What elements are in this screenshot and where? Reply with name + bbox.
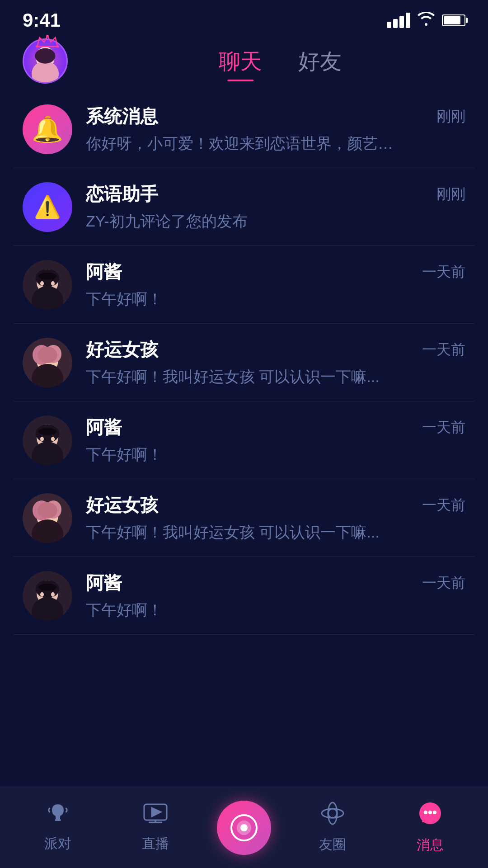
system-avatar: 🔔 <box>23 104 72 154</box>
chat-name-ajiang3: 阿酱 <box>86 571 122 595</box>
moments-label: 友圈 <box>319 835 346 854</box>
tab-bar: 聊天 好友 <box>95 47 465 80</box>
chat-item-ajiang1[interactable]: 阿酱 一天前 下午好啊！ <box>14 246 474 324</box>
chat-time-ajiang1: 一天前 <box>422 262 465 282</box>
chat-list: 🔔 系统消息 刚刚 你好呀，小可爱！欢迎来到恋语世界，颜艺大赏，花式整盘... … <box>0 90 488 635</box>
chat-time-lucky2: 一天前 <box>422 495 465 515</box>
chat-top-lucky2: 好运女孩 一天前 <box>86 493 465 518</box>
nav-item-moments[interactable]: 友圈 <box>296 801 369 854</box>
chat-time-lucky1: 一天前 <box>422 340 465 360</box>
chat-name-ajiang2: 阿酱 <box>86 415 122 440</box>
chat-time-assistant: 刚刚 <box>436 184 465 204</box>
ajiang3-avatar <box>23 571 72 621</box>
nav-item-live[interactable]: 直播 <box>119 802 192 853</box>
chat-name-system: 系统消息 <box>86 104 158 129</box>
chat-preview-system: 你好呀，小可爱！欢迎来到恋语世界，颜艺大赏，花式整盘... <box>86 133 402 154</box>
svg-point-20 <box>38 347 57 363</box>
crown-badge <box>35 34 60 50</box>
tab-chat[interactable]: 聊天 <box>219 47 262 80</box>
svg-point-55 <box>433 811 436 814</box>
chat-preview-lucky2: 下午好啊！我叫好运女孩 可以认识一下嘛... <box>86 522 402 543</box>
svg-point-12 <box>38 273 56 280</box>
chat-preview-lucky1: 下午好啊！我叫好运女孩 可以认识一下嘛... <box>86 367 402 387</box>
party-label: 派对 <box>44 835 71 853</box>
svg-point-38 <box>38 584 56 591</box>
party-icon <box>46 802 70 830</box>
chat-content-assistant: 恋语助手 刚刚 ZY-初九评论了您的发布 <box>86 182 465 232</box>
svg-point-2 <box>46 35 49 38</box>
chat-top-system: 系统消息 刚刚 <box>86 104 465 129</box>
chat-content-ajiang1: 阿酱 一天前 下午好啊！ <box>86 259 465 310</box>
chat-item-lucky2[interactable]: 好运女孩 一天前 下午好啊！我叫好运女孩 可以认识一下嘛... <box>14 479 474 557</box>
chat-time-ajiang3: 一天前 <box>422 573 465 593</box>
chat-top-lucky1: 好运女孩 一天前 <box>86 337 465 362</box>
svg-marker-0 <box>38 36 58 47</box>
svg-point-51 <box>322 809 343 818</box>
status-icons <box>387 12 465 29</box>
chat-name-assistant: 恋语助手 <box>86 182 158 207</box>
status-time: 9:41 <box>23 9 61 31</box>
wifi-icon <box>418 12 435 29</box>
svg-point-7 <box>35 48 55 64</box>
nav-center-button[interactable] <box>217 801 271 855</box>
messages-icon <box>417 801 444 831</box>
svg-point-26 <box>40 437 44 441</box>
chat-item-ajiang2[interactable]: 阿酱 一天前 下午好啊！ <box>14 401 474 479</box>
chat-time-system: 刚刚 <box>436 107 465 127</box>
chat-preview-ajiang1: 下午好啊！ <box>86 289 402 310</box>
bottom-nav: 派对 直播 友圈 <box>0 787 488 868</box>
chat-time-ajiang2: 一天前 <box>422 418 465 438</box>
svg-point-40 <box>51 592 55 597</box>
chat-content-lucky1: 好运女孩 一天前 下午好啊！我叫好运女孩 可以认识一下嘛... <box>86 337 465 387</box>
chat-top-assistant: 恋语助手 刚刚 <box>86 182 465 207</box>
chat-preview-ajiang2: 下午好啊！ <box>86 444 402 465</box>
chat-item-system[interactable]: 🔔 系统消息 刚刚 你好呀，小可爱！欢迎来到恋语世界，颜艺大赏，花式整盘... <box>14 90 474 168</box>
svg-point-49 <box>328 809 337 818</box>
status-bar: 9:41 <box>0 0 488 36</box>
chat-preview-assistant: ZY-初九评论了您的发布 <box>86 211 402 232</box>
chat-top-ajiang1: 阿酱 一天前 <box>86 259 465 284</box>
svg-point-33 <box>38 502 57 519</box>
svg-point-54 <box>428 811 432 814</box>
ajiang1-avatar <box>23 260 72 310</box>
messages-label: 消息 <box>417 836 444 854</box>
chat-name-lucky1: 好运女孩 <box>86 337 158 362</box>
chat-item-assistant[interactable]: ⚠️ 恋语助手 刚刚 ZY-初九评论了您的发布 <box>14 168 474 246</box>
chat-content-ajiang2: 阿酱 一天前 下午好啊！ <box>86 415 465 465</box>
svg-point-1 <box>36 45 39 47</box>
svg-point-13 <box>40 281 44 286</box>
battery-icon <box>442 14 465 26</box>
chat-name-ajiang1: 阿酱 <box>86 259 122 284</box>
svg-point-25 <box>38 428 56 435</box>
live-icon <box>142 802 169 830</box>
user-avatar-container[interactable] <box>23 38 72 88</box>
nav-item-messages[interactable]: 消息 <box>394 801 466 854</box>
chat-item-ajiang3[interactable]: 阿酱 一天前 下午好啊！ <box>14 557 474 635</box>
ajiang2-avatar <box>23 415 72 465</box>
signal-icon <box>387 13 410 28</box>
svg-rect-41 <box>55 819 61 821</box>
svg-point-14 <box>51 281 55 286</box>
svg-point-27 <box>51 437 55 441</box>
assistant-avatar: ⚠️ <box>23 182 72 232</box>
chat-content-system: 系统消息 刚刚 你好呀，小可爱！欢迎来到恋语世界，颜艺大赏，花式整盘... <box>86 104 465 154</box>
lucky2-avatar <box>23 493 72 543</box>
nav-item-party[interactable]: 派对 <box>22 802 94 853</box>
svg-point-39 <box>40 592 44 597</box>
chat-content-ajiang3: 阿酱 一天前 下午好啊！ <box>86 571 465 621</box>
svg-marker-43 <box>152 808 161 816</box>
svg-point-3 <box>56 45 59 47</box>
chat-preview-ajiang3: 下午好啊！ <box>86 600 402 621</box>
lucky1-avatar <box>23 338 72 387</box>
moments-icon <box>320 801 345 831</box>
bell-icon: 🔔 <box>32 114 63 144</box>
tab-friends[interactable]: 好友 <box>298 47 342 80</box>
chat-content-lucky2: 好运女孩 一天前 下午好啊！我叫好运女孩 可以认识一下嘛... <box>86 493 465 543</box>
chat-top-ajiang3: 阿酱 一天前 <box>86 571 465 595</box>
chat-top-ajiang2: 阿酱 一天前 <box>86 415 465 440</box>
chat-name-lucky2: 好运女孩 <box>86 493 158 518</box>
header: 聊天 好友 <box>0 36 488 90</box>
svg-point-53 <box>424 811 427 814</box>
live-label: 直播 <box>142 835 169 853</box>
chat-item-lucky1[interactable]: 好运女孩 一天前 下午好啊！我叫好运女孩 可以认识一下嘛... <box>14 324 474 401</box>
